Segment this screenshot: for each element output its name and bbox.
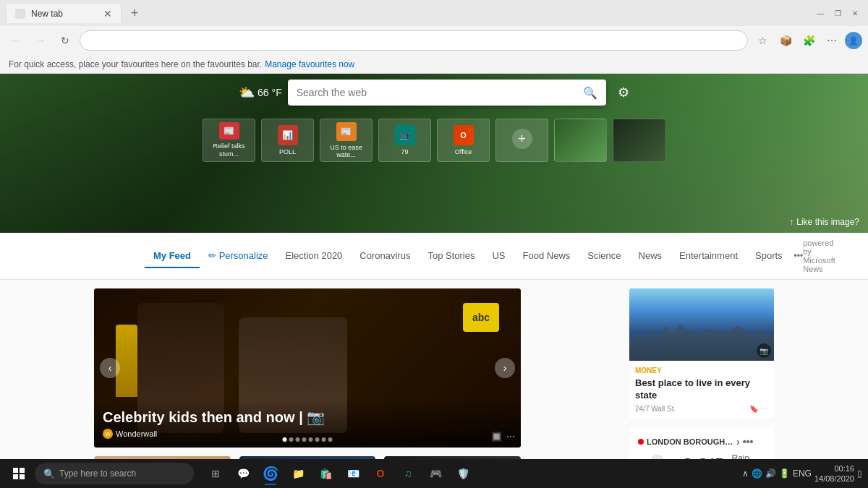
shortcut-poll[interactable]: 📊 POLL [261,119,314,162]
shortcut-79[interactable]: 📺 79 [378,119,431,162]
shortcut-us-ease[interactable]: 📰 US to ease wate... [320,119,373,162]
like-image-button[interactable]: ↑ Like this image? [789,217,859,227]
search-input[interactable] [297,87,583,98]
nav-my-feed[interactable]: My Feed [145,244,200,268]
nav-election2020[interactable]: Election 2020 [277,244,352,268]
address-bar-row: ← → ↻ ☆ 📦 🧩 ⋯ 👤 [0,26,868,55]
page-settings-icon[interactable]: ⚙ [618,85,629,100]
office-taskbar-icon: O [373,466,388,481]
extensions-icon[interactable]: 🧩 [799,30,819,51]
nav-news[interactable]: News [630,244,671,268]
taskbar-steam[interactable]: 🎮 [422,461,448,487]
collections-icon[interactable]: 📦 [775,30,796,51]
carousel-dots [283,437,333,442]
carousel-dot-4[interactable] [302,437,307,442]
top-article-card[interactable]: 📷 MONEY Best place to live in every stat… [629,288,774,419]
location-next-icon[interactable]: › [736,436,740,448]
show-desktop-icon[interactable]: ▯ [857,468,862,479]
shortcut-add[interactable]: + [495,119,548,162]
taskbar-spotify[interactable]: ♫ [395,461,421,487]
cortana-icon: 💬 [235,466,251,481]
tab-favicon [15,9,25,19]
tab-bar: New tab ✕ + — ❐ ✕ [0,0,868,26]
security-icon: 🛡️ [455,466,471,481]
shortcut-relief-icon: 📰 [219,122,239,140]
main-carousel[interactable]: abc Celebrity kids then and now | 📷 W Wo… [94,288,521,448]
tray-language[interactable]: ENG [793,468,812,479]
forward-button[interactable]: → [30,30,51,51]
close-button[interactable]: ✕ [848,6,862,20]
store-icon: 🛍️ [318,466,333,481]
taskbar-edge[interactable]: 🌀 [258,461,284,487]
carousel-dot-8[interactable] [328,437,333,442]
address-input[interactable] [80,30,748,51]
manage-favorites-link[interactable]: Manage favourites now [265,59,354,69]
taskbar-cortana[interactable]: 💬 [230,461,256,487]
location-more-icon[interactable]: ••• [743,436,754,448]
tab-close-button[interactable]: ✕ [103,8,112,20]
maximize-button[interactable]: ❐ [830,6,845,20]
mail-icon: 📧 [345,466,361,481]
city-buildings [629,317,774,361]
tray-battery-icon[interactable]: 🔋 [779,468,790,479]
taskbar-task-view[interactable]: ⊞ [203,461,229,487]
top-article-image: 📷 [629,288,774,361]
top-article-category: MONEY [635,367,768,374]
taskbar-store[interactable]: 🛍️ [312,461,339,487]
carousel-next-button[interactable]: › [495,358,515,378]
search-button[interactable]: 🔍 [583,86,597,100]
refresh-button[interactable]: ↻ [55,30,75,51]
minimize-button[interactable]: — [813,6,827,20]
tray-volume-icon[interactable]: 🔊 [765,468,776,479]
nav-personalize[interactable]: ✏ Personalize [200,244,277,268]
carousel-dot-6[interactable] [315,437,320,442]
active-tab[interactable]: New tab ✕ [6,3,122,23]
nav-more-button[interactable]: ••• [794,251,804,261]
carousel-action-buttons: 🔲 ⋯ [491,432,515,442]
profile-avatar[interactable]: 👤 [845,32,862,49]
settings-more-icon[interactable]: ⋯ [822,30,842,51]
feed-nav: My Feed ✏ Personalize Election 2020 Coro… [0,233,868,280]
taskbar-office[interactable]: O [367,461,393,487]
nav-sports[interactable]: Sports [746,244,791,268]
nav-food-news[interactable]: Food News [514,244,579,268]
nav-us[interactable]: US [483,244,514,268]
nav-entertainment[interactable]: Entertainment [671,244,746,268]
top-article-body: MONEY Best place to live in every state … [629,361,774,419]
nav-science[interactable]: Science [579,244,629,268]
carousel-dot-2[interactable] [289,437,294,442]
tab-title: New tab [31,9,98,19]
search-box[interactable]: 🔍 [288,80,606,106]
nav-coronavirus[interactable]: Coronavirus [351,244,419,268]
nav-top-stories[interactable]: Top Stories [419,244,483,268]
shortcut-relief[interactable]: 📰 Relief talks stum... [203,119,255,162]
bookmark-icon[interactable]: 🔖 [749,405,758,413]
new-tab-button[interactable]: + [124,3,145,23]
back-button[interactable]: ← [6,30,26,51]
taskbar-search-box[interactable]: 🔍 Type here to search [35,463,194,484]
taskbar: 🔍 Type here to search ⊞ 💬 🌀 📁 🛍️ 📧 O ♫ 🎮 [0,459,868,488]
taskbar-mail[interactable]: 📧 [340,461,366,487]
start-button[interactable] [6,461,32,487]
favorites-icon[interactable]: ☆ [752,30,773,51]
carousel-dot-3[interactable] [296,437,300,442]
weather-widget-top[interactable]: ⛅ 66 °F [239,85,282,100]
carousel-dot-5[interactable] [309,437,313,442]
tray-network-icon[interactable]: 🌐 [752,468,762,479]
carousel-dot-1[interactable] [283,437,287,442]
shortcut-thumb-2[interactable] [613,119,665,162]
tray-up-arrow[interactable]: ∧ [742,468,749,479]
carousel-more-icon[interactable]: ⋯ [506,432,515,442]
taskbar-security[interactable]: 🛡️ [450,461,476,487]
tray-clock[interactable]: 00:16 14/08/2020 [814,463,854,484]
carousel-mute-icon[interactable]: 🔲 [491,432,502,442]
carousel-camera-icon: 📷 [307,409,325,425]
taskbar-explorer[interactable]: 📁 [285,461,311,487]
carousel-prev-button[interactable]: ‹ [100,358,120,378]
more-icon[interactable]: ⋯ [761,405,768,413]
shortcut-thumb-1[interactable] [554,119,607,162]
window-controls: — ❐ ✕ [813,6,862,20]
carousel-dot-7[interactable] [322,437,326,442]
shortcut-office[interactable]: O Office [437,119,490,162]
city-camera-icon: 📷 [757,343,771,358]
